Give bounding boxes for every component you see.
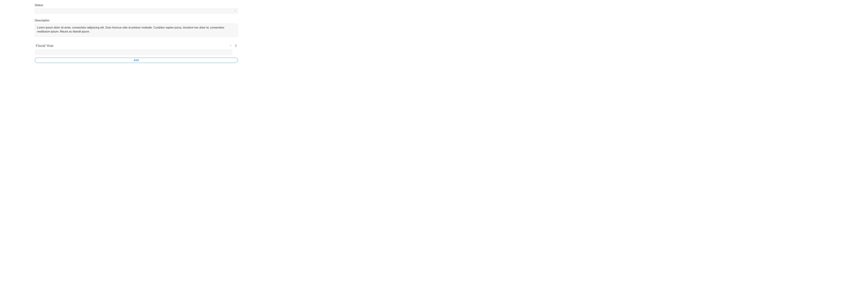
fiscal-section: Fiscal Year	[35, 43, 238, 58]
fiscal-value-input[interactable]	[35, 50, 232, 55]
add-button-label: Add	[134, 59, 139, 62]
add-button[interactable]: Add	[35, 58, 238, 63]
fiscal-row: Fiscal Year	[35, 43, 238, 49]
description-label: Description	[35, 19, 238, 22]
caret-down-icon	[230, 45, 231, 46]
fiscal-select-text: Fiscal Year	[36, 43, 54, 48]
status-select[interactable]	[35, 8, 238, 13]
fiscal-type-select[interactable]: Fiscal Year	[35, 43, 232, 49]
description-group: Description	[35, 19, 238, 37]
trash-icon	[235, 44, 237, 47]
status-group: Status	[35, 3, 238, 13]
caret-down-icon	[235, 10, 236, 11]
delete-button[interactable]	[234, 43, 238, 48]
description-textarea[interactable]	[35, 24, 238, 37]
status-label: Status	[35, 3, 238, 7]
form-container: Status Description Fiscal Year	[35, 0, 238, 63]
